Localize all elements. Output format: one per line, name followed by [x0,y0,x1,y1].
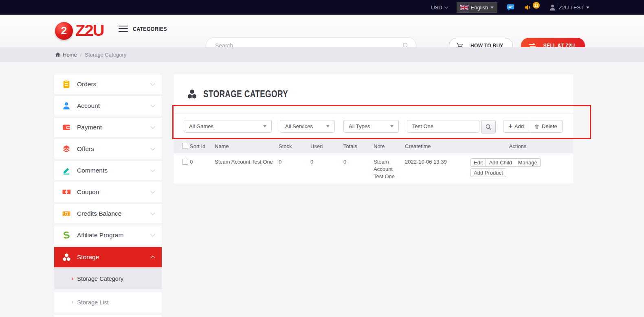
col-header-sort-id: Sort Id [190,143,215,149]
add-product-button[interactable]: Add Product [470,168,506,177]
chevron-up-icon [150,256,155,260]
sidebar-next-item-partial [54,315,162,317]
cell-createtime: 2022-10-06 13:39 [405,158,470,180]
filter-search-button[interactable] [481,120,496,133]
sidebar-item-credits-balance[interactable]: Credits Balance [54,204,162,223]
add-child-button[interactable]: Add Child [486,158,515,167]
panel-title-row: STORAGE CATEGORY [174,74,573,114]
messages-button[interactable] [506,3,515,11]
col-header-note: Note [374,143,405,149]
chevron-down-icon [150,103,155,107]
table-header-row: Sort Id Name Stock Used Totals Note Crea… [174,139,573,153]
chevron-right-icon: › [71,299,73,305]
username-label: Z2U TEST [559,4,584,11]
cell-totals: 0 [343,158,374,180]
chevron-down-icon [150,167,155,172]
all-services-select[interactable]: All Services [280,120,335,133]
col-header-name: Name [215,143,279,149]
all-types-select[interactable]: All Types [343,120,399,133]
sidebar-item-label: Coupon [77,188,151,196]
comments-pen-icon [62,166,71,175]
user-menu-dropdown[interactable]: Z2U TEST [549,4,589,11]
caret-down-icon [390,125,393,127]
sidebar-item-account[interactable]: Account [54,96,162,116]
breadcrumb: Home / Storage Category [0,47,644,62]
offers-layers-icon [62,144,71,154]
all-services-value: All Services [285,123,313,129]
caret-down-icon [586,7,589,9]
logo-orb-icon: 2 [55,22,73,40]
logo-text: Z2U [75,22,104,39]
row-checkbox[interactable] [182,159,188,165]
account-sidebar: Orders Account Payment Offers [54,74,162,317]
col-header-actions: Actions [470,143,565,149]
language-dropdown[interactable]: English [457,2,498,13]
payment-wallet-icon [62,122,71,132]
trash-icon [534,124,540,129]
chat-icon [506,3,515,11]
search-icon [485,123,492,131]
all-games-select[interactable]: All Games [184,120,272,133]
site-header: 2 Z2U CATEGORIES HOW TO BUY SELL AT Z2U [0,15,644,47]
sidebar-item-label: Payment [77,124,151,131]
sidebar-item-orders[interactable]: Orders [54,74,162,94]
chevron-right-icon: › [71,275,73,282]
breadcrumb-home-link[interactable]: Home [55,52,77,58]
currency-label: USD [431,4,442,11]
sidebar-item-affiliate-program[interactable]: S Affiliate Program [54,225,162,245]
user-icon [549,4,556,11]
currency-dropdown[interactable]: USD [431,4,447,11]
add-delete-button-group: + Add Delete [503,120,563,133]
top-utility-bar: USD English 11 Z2U TEST [0,0,644,15]
home-icon [55,52,61,57]
cell-sort-id: 0 [190,158,215,180]
sidebar-item-label: Account [77,102,151,109]
credits-banknote-icon [62,209,71,219]
categories-label: CATEGORIES [133,25,167,32]
categories-menu-button[interactable]: CATEGORIES [119,25,174,32]
breadcrumb-home-label: Home [63,52,77,58]
breadcrumb-current: Storage Category [85,52,126,58]
cell-stock: 0 [279,158,310,180]
table-row: 0 Steam Account Test One 0 0 0 Steam Acc… [174,153,573,184]
sidebar-item-coupon[interactable]: Coupon [54,182,162,202]
filter-toolbar: All Games All Services All Types + Add [174,120,573,133]
page-title: STORAGE CATEGORY [203,89,288,100]
notifications-button[interactable]: 11 [524,3,540,12]
col-header-stock: Stock [279,143,310,149]
row-action-group: Edit Add Child Manage [470,158,541,167]
sidebar-item-label: Comments [77,167,151,174]
cell-note: Steam Account Test One [374,158,405,180]
sidebar-subitem-storage-list[interactable]: › Storage List [54,292,162,313]
sidebar-item-storage[interactable]: Storage [54,247,162,267]
chevron-down-icon [150,189,155,193]
chevron-down-icon [444,5,448,9]
cell-actions: Edit Add Child Manage Add Product [470,158,565,180]
sidebar-item-label: Credits Balance [77,210,151,217]
add-button[interactable]: + Add [503,120,529,133]
chevron-down-icon [150,146,155,150]
uk-flag-icon [460,5,468,10]
delete-button[interactable]: Delete [529,120,563,133]
sidebar-subitem-storage-category[interactable]: › Storage Category [54,268,162,289]
subitem-label: Storage Category [77,275,123,282]
orders-clipboard-icon [62,79,71,89]
sidebar-item-offers[interactable]: Offers [54,139,162,159]
caret-down-icon [326,125,330,127]
manage-button[interactable]: Manage [515,158,541,167]
logo-glyph: 2 [61,24,67,37]
sidebar-item-comments[interactable]: Comments [54,161,162,180]
storage-cubes-icon [62,252,71,262]
storage-category-panel: STORAGE CATEGORY All Games All Services … [174,74,573,184]
sidebar-item-payment[interactable]: Payment [54,118,162,137]
add-label: Add [514,123,524,129]
keyword-input[interactable] [407,120,479,133]
select-all-checkbox[interactable] [182,143,188,149]
edit-button[interactable]: Edit [470,158,486,167]
affiliate-dollar-icon: S [61,230,72,240]
notification-count-badge: 11 [533,2,540,9]
chevron-down-icon [150,81,155,85]
z2u-logo[interactable]: 2 Z2U [55,22,104,40]
col-header-createtime: Createtime [405,143,470,149]
hamburger-icon [119,26,128,32]
